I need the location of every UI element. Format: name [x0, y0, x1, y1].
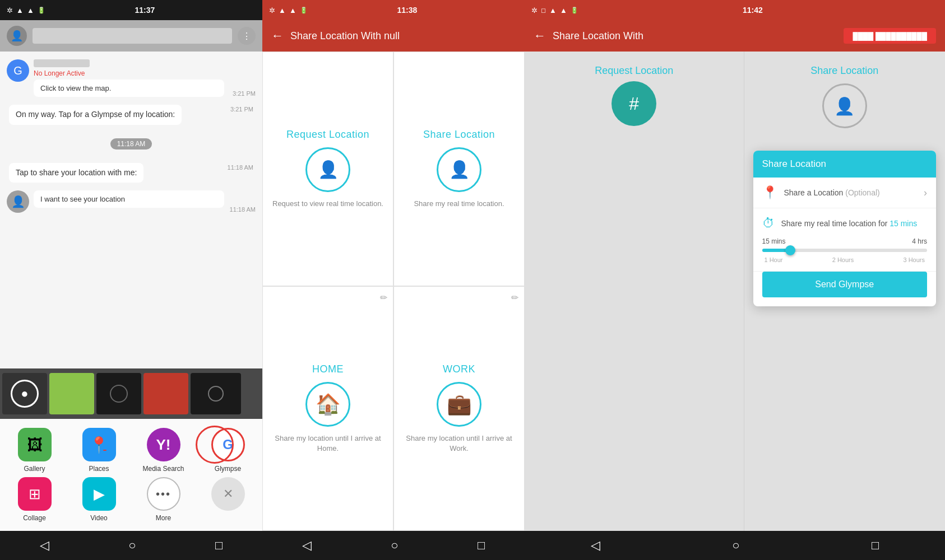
message-bubble-1[interactable]: Click to view the map. — [34, 80, 224, 97]
home-location-cell[interactable]: ✏ HOME 🏠 Share my location until I arriv… — [262, 286, 393, 531]
sender-avatar-2: 👤 — [7, 190, 29, 213]
person-icon: 👤 — [834, 96, 855, 116]
location-pin-icon: 📍 — [762, 185, 777, 200]
status-bar-2: ✲ ▲ ▲ 🔋 11:38 — [262, 0, 525, 20]
message-text-2: I want to see your location — [40, 195, 217, 203]
header-action-icon[interactable]: ⋮ — [238, 27, 256, 45]
places-icon: 📍 — [82, 428, 116, 461]
places-label: Places — [89, 465, 109, 473]
slider-track[interactable] — [762, 249, 928, 252]
video-symbol: ▶ — [94, 486, 105, 503]
p3-share-title: Share Location — [810, 65, 878, 77]
app-gallery[interactable]: 🖼 Gallery — [4, 428, 64, 473]
google-g-symbol: G — [223, 437, 233, 452]
yahoo-y-symbol: Y! — [156, 436, 171, 454]
chat-header: 👤 ⋮ — [0, 20, 262, 52]
app-places[interactable]: 📍 Places — [69, 428, 129, 473]
app-picker-grid: 🖼 Gallery 📍 Places Y! Media Search G Gly — [0, 419, 262, 531]
p3-right-header: Share Location 👤 — [744, 52, 946, 137]
camera-dot: ● — [21, 386, 28, 401]
thumb-circle-2 — [208, 386, 224, 402]
bluetooth-icon: ✲ — [7, 6, 13, 15]
nav-recents-2[interactable]: □ — [478, 538, 485, 553]
realtime-highlight: 15 mins — [890, 219, 917, 228]
nav-recents-1[interactable]: □ — [215, 538, 223, 553]
nav-back-1[interactable]: ◁ — [40, 538, 49, 553]
home-circle: 🏠 — [305, 382, 350, 427]
location-options-grid: Request Location 👤 Request to view real … — [262, 52, 525, 531]
header-search-bar[interactable] — [33, 28, 232, 44]
collage-symbol: ⊞ — [29, 486, 41, 503]
thumb-red[interactable] — [143, 373, 188, 414]
sender-name-redacted — [34, 59, 90, 67]
app-glympse[interactable]: G Glympse — [198, 428, 258, 473]
media-search-icon: Y! — [147, 428, 180, 461]
panel-share-location-detail: ✲ ◻ ▲ ▲ 🔋 11:42 ← Share Location With ██… — [525, 0, 945, 560]
thumb-circle — [110, 385, 128, 403]
message-bubble-2[interactable]: I want to see your location — [34, 190, 224, 208]
share-location-title: Share Location — [423, 129, 495, 141]
share-location-desc: Share my real time location. — [414, 199, 504, 209]
gallery-label: Gallery — [24, 465, 45, 473]
panel-share-location: ✲ ▲ ▲ 🔋 11:38 ← Share Location With null… — [262, 0, 525, 560]
slc-location-row[interactable]: 📍 Share a Location (Optional) › — [753, 178, 937, 208]
share-a-location-label: Share a Location — [784, 188, 844, 197]
app-more[interactable]: ••• More — [133, 477, 193, 522]
nav-home-3[interactable]: ○ — [732, 538, 739, 553]
app-media-search[interactable]: Y! Media Search — [133, 428, 193, 473]
tick-1hr: 1 Hour — [765, 256, 783, 263]
work-location-cell[interactable]: ✏ WORK 💼 Share my location until I arriv… — [393, 286, 525, 531]
panel-chat: ✲ ▲ ▲ 🔋 11:37 👤 ⋮ G No Longer Active — [0, 0, 262, 560]
back-arrow-3[interactable]: ← — [534, 29, 546, 43]
close-x-symbol: ✕ — [223, 487, 233, 501]
p3-request-location[interactable]: Request Location # — [525, 52, 744, 531]
send-glympse-button[interactable]: Send Glympse — [762, 272, 928, 297]
message-time-1: 3:21 PM — [230, 90, 256, 97]
share-location-circle: 👤 — [437, 147, 481, 192]
thumb-camera[interactable]: ● — [2, 373, 47, 414]
tick-3hr: 3 Hours — [903, 256, 925, 263]
incoming-message-simple: 👤 I want to see your location 11:18 AM — [0, 187, 262, 216]
thumb-dark-2[interactable] — [191, 373, 241, 414]
app-collage[interactable]: ⊞ Collage — [4, 477, 64, 522]
tick-2hr: 2 Hours — [832, 256, 854, 263]
panel3-header-right: ████ ██████████ — [844, 28, 936, 44]
thumb-map[interactable] — [49, 373, 94, 414]
sender-avatar-g: G — [7, 59, 29, 82]
work-edit-icon[interactable]: ✏ — [511, 292, 518, 303]
wifi-icon-3: ▲ — [560, 6, 567, 15]
collage-icon: ⊞ — [18, 477, 52, 511]
camera-circle: ● — [11, 380, 39, 408]
battery-icon-3: 🔋 — [571, 7, 578, 14]
signal-icon-2: ▲ — [279, 6, 286, 15]
p3-hash-circle: # — [612, 81, 656, 126]
panel2-header: ← Share Location With null — [262, 20, 525, 52]
battery-icon-2: 🔋 — [300, 7, 308, 14]
app-video[interactable]: ▶ Video — [69, 477, 129, 522]
back-arrow-2[interactable]: ← — [271, 29, 284, 43]
share-location-cell[interactable]: Share Location 👤 Share my real time loca… — [393, 52, 525, 286]
slc-header-text: Share Location — [762, 158, 826, 169]
nav-recents-3[interactable]: □ — [872, 538, 879, 553]
slider-thumb[interactable] — [785, 245, 795, 255]
signal-icon-3: ▲ — [549, 6, 557, 15]
location-row-arrow: › — [924, 187, 927, 199]
realtime-prefix: Share my real time location for — [781, 219, 890, 228]
request-location-cell[interactable]: Request Location 👤 Request to view real … — [262, 52, 393, 286]
thumb-dark-1[interactable] — [96, 373, 141, 414]
p3-person-circle: 👤 — [822, 83, 867, 128]
work-circle: 💼 — [437, 382, 481, 427]
share-location-icon: 👤 — [449, 160, 470, 179]
nav-back-3[interactable]: ◁ — [591, 538, 600, 553]
outgoing-time-1: 3:21 PM — [230, 106, 253, 113]
nav-home-1[interactable]: ○ — [128, 538, 136, 553]
home-edit-icon[interactable]: ✏ — [380, 292, 387, 303]
nav-bar-1: ◁ ○ □ — [0, 531, 262, 560]
slider-min-label: 15 mins — [762, 237, 786, 245]
app-close[interactable]: ✕ — [198, 477, 258, 522]
outgoing-bubble-1[interactable]: On my way. Tap for a Glympse of my locat… — [9, 105, 182, 125]
nav-home-2[interactable]: ○ — [391, 538, 398, 553]
thumb-circle-2-container — [191, 373, 241, 414]
outgoing-bubble-2[interactable]: Tap to share your location with me: — [9, 163, 143, 183]
nav-back-2[interactable]: ◁ — [302, 538, 312, 553]
